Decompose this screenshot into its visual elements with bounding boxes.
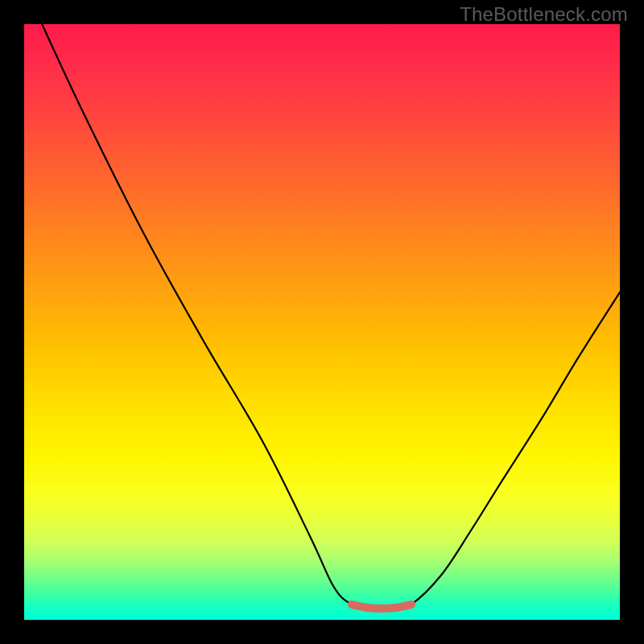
plot-area bbox=[24, 24, 620, 620]
watermark-text: TheBottleneck.com bbox=[460, 3, 628, 26]
chart-svg bbox=[24, 24, 620, 620]
optimal-zone-marker-path bbox=[352, 605, 411, 609]
chart-frame: TheBottleneck.com bbox=[0, 0, 644, 644]
mismatch-curve-path bbox=[42, 24, 620, 609]
